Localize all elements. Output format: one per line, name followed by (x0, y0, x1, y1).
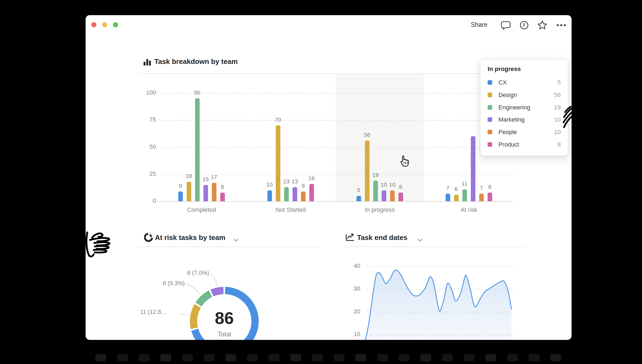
chart-tooltip: In progress CX 5 Design 56 Engineering 1… (480, 59, 568, 156)
dock-item (204, 354, 215, 361)
desktop-background: Share Task breakdown by team 10075502509… (0, 0, 642, 364)
hand-pointer-cursor (398, 154, 413, 171)
dock-item (182, 354, 193, 361)
tooltip-row-value: 19 (554, 104, 561, 111)
dock-item (442, 354, 453, 361)
dock-item (334, 354, 345, 361)
tooltip-row: Engineering 19 (481, 103, 568, 112)
scribble-doodle-right (561, 105, 580, 132)
tooltip-row-label: Engineering (498, 104, 530, 111)
dock-item (160, 354, 171, 361)
dock-item (485, 354, 496, 361)
dock-item (529, 354, 540, 361)
tooltip-row: CX 5 (481, 78, 568, 87)
tooltip-row-value: 56 (554, 92, 561, 99)
tooltip-row-value: 8 (557, 141, 561, 148)
dock-item (420, 354, 431, 361)
tooltip-row-label: Marketing (498, 116, 525, 123)
legend-swatch (488, 117, 492, 122)
dock-item (399, 354, 410, 361)
y-axis-tick-label: 40 (344, 262, 360, 269)
tooltip-row-label: CX (498, 79, 507, 86)
dock-item (247, 354, 258, 361)
y-axis-tick-label: 30 (344, 285, 360, 292)
legend-swatch (488, 130, 492, 134)
legend-swatch (488, 80, 492, 85)
dock-item (269, 354, 280, 361)
hand-doodle-left (79, 227, 114, 263)
legend-swatch (488, 93, 492, 97)
dock-item (139, 354, 150, 361)
tooltip-title: In progress (488, 66, 521, 73)
tooltip-row-value: 10 (554, 129, 561, 136)
tooltip-row: Product 8 (481, 140, 568, 150)
line-chart (360, 255, 515, 340)
legend-swatch (488, 142, 492, 147)
tooltip-row-value: 10 (554, 116, 561, 123)
legend-swatch (488, 105, 492, 110)
dock-item (117, 354, 128, 361)
tooltip-row: Design 56 (481, 90, 568, 100)
tooltip-row: People 10 (481, 127, 568, 137)
dock-item (507, 354, 518, 361)
dock-item (290, 354, 301, 361)
tooltip-row: Marketing 10 (481, 115, 568, 125)
y-axis-tick-label: 10 (344, 331, 360, 338)
y-axis-tick-label: 20 (344, 308, 360, 315)
dock-item (95, 354, 106, 361)
tooltip-row-label: Design (498, 92, 517, 99)
dock-item (377, 354, 388, 361)
dock-item (355, 354, 366, 361)
tooltip-row-label: People (498, 129, 517, 136)
app-window: Share Task breakdown by team 10075502509… (86, 15, 572, 340)
tooltip-row-label: Product (498, 141, 519, 148)
dock-item (225, 354, 236, 361)
dock-item (550, 354, 561, 361)
tooltip-row-value: 5 (557, 79, 561, 86)
dock-item (312, 354, 323, 361)
dock-item (464, 354, 475, 361)
